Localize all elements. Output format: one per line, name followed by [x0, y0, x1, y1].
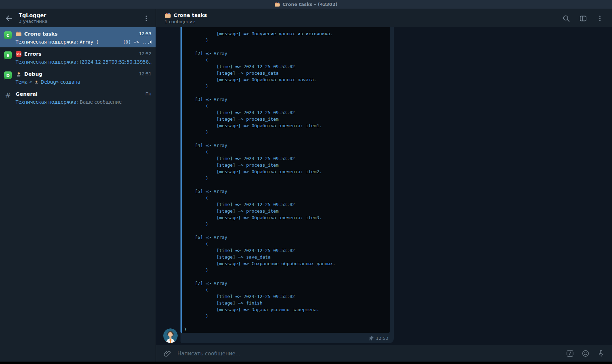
chat-panel: Crone tasks 1 сообщение: [156, 9, 612, 362]
topic-title: Debug: [24, 71, 43, 77]
sidebar-menu-button[interactable]: [142, 15, 150, 22]
chat-title: Crone tasks: [174, 12, 207, 18]
topic-time: 12:51: [139, 71, 151, 76]
topic-item-errors[interactable]: E SOS Errors 12:52: [0, 47, 156, 67]
emoji-icon[interactable]: [582, 349, 590, 357]
chat-header-info[interactable]: Crone tasks 1 сообщение: [165, 12, 207, 25]
message-meta: 12:53: [369, 336, 388, 341]
svg-text:C: C: [7, 33, 10, 38]
microphone-icon[interactable]: [597, 349, 605, 357]
back-button[interactable]: [5, 14, 13, 22]
window-bottom-edge: [0, 362, 612, 363]
message-time: 12:53: [376, 336, 388, 341]
folder-icon: [275, 2, 280, 7]
service-message: Debug» создана: [41, 79, 81, 85]
last-sender: Техническая поддержка:: [16, 59, 78, 65]
bot-commands-icon[interactable]: [566, 349, 574, 357]
message-bubble[interactable]: [message] => Получение данных из источни…: [180, 27, 394, 343]
message-input[interactable]: [177, 351, 560, 357]
last-sender: Техническая поддержка:: [16, 39, 78, 45]
code-block[interactable]: [message] => Получение данных из источни…: [180, 27, 390, 333]
window-titlebar: Crone tasks – (43302): [0, 0, 612, 9]
topic-avatar-d: D: [3, 70, 13, 87]
sidebar-toggle-icon[interactable]: [579, 15, 587, 22]
chat-menu-button[interactable]: [596, 15, 604, 22]
window-title: Crone tasks – (43302): [282, 2, 337, 7]
pin-icon: [369, 336, 374, 341]
message-preview-code: Array (: [80, 39, 99, 45]
message-preview-code: [0] => ...: [123, 39, 150, 45]
search-button[interactable]: [562, 15, 570, 22]
folder-icon: [16, 31, 22, 37]
topic-item-crone-tasks[interactable]: C: [0, 27, 156, 47]
svg-text:SOS: SOS: [16, 53, 21, 55]
topic-list: C: [0, 27, 156, 108]
topic-avatar-e: E: [3, 50, 13, 67]
code-text: [message] => Получение данных из источни…: [182, 27, 390, 333]
sidebar-header: TgLogger 3 участника: [0, 9, 156, 27]
sidebar: TgLogger 3 участника C: [0, 9, 156, 362]
attach-icon[interactable]: [163, 349, 172, 358]
sos-icon: SOS: [16, 51, 22, 57]
svg-text:E: E: [7, 53, 9, 58]
group-members-count: 3 участника: [19, 19, 137, 24]
svg-text:D: D: [6, 73, 10, 78]
technologist-icon: [16, 71, 22, 77]
message-preview: Ваше сообщение: [80, 99, 122, 105]
topic-time: 12:52: [139, 51, 151, 56]
topic-item-general[interactable]: # General Пн Техническая поддержка: Ваше…: [0, 87, 156, 108]
folder-icon: [165, 12, 171, 19]
sender-avatar[interactable]: [163, 328, 178, 343]
chat-header: Crone tasks 1 сообщение: [156, 9, 612, 27]
message-list[interactable]: [message] => Получение данных из источни…: [156, 27, 612, 345]
composer: [156, 345, 612, 362]
topic-avatar-c: C: [3, 30, 13, 47]
topic-title: Crone tasks: [24, 31, 58, 37]
telegram-window: Crone tasks – (43302) TgLogger 3 участни…: [0, 0, 612, 364]
unread-dot: [150, 40, 151, 44]
topic-title: Errors: [24, 51, 41, 57]
technologist-icon: [34, 80, 39, 85]
topic-title: General: [16, 91, 38, 97]
message-preview: [2024-12-25T09:52:50.13958...: [80, 59, 151, 65]
topic-item-debug[interactable]: D: [0, 67, 156, 87]
group-title: TgLogger: [19, 12, 137, 19]
topic-time: Пн: [145, 91, 151, 96]
chat-message-count: 1 сообщение: [165, 19, 207, 25]
hash-icon: #: [3, 91, 13, 99]
last-sender: Техническая поддержка:: [16, 99, 78, 105]
service-message: Тема «: [16, 79, 32, 85]
topic-time: 12:53: [139, 31, 151, 36]
group-info[interactable]: TgLogger 3 участника: [19, 12, 137, 25]
